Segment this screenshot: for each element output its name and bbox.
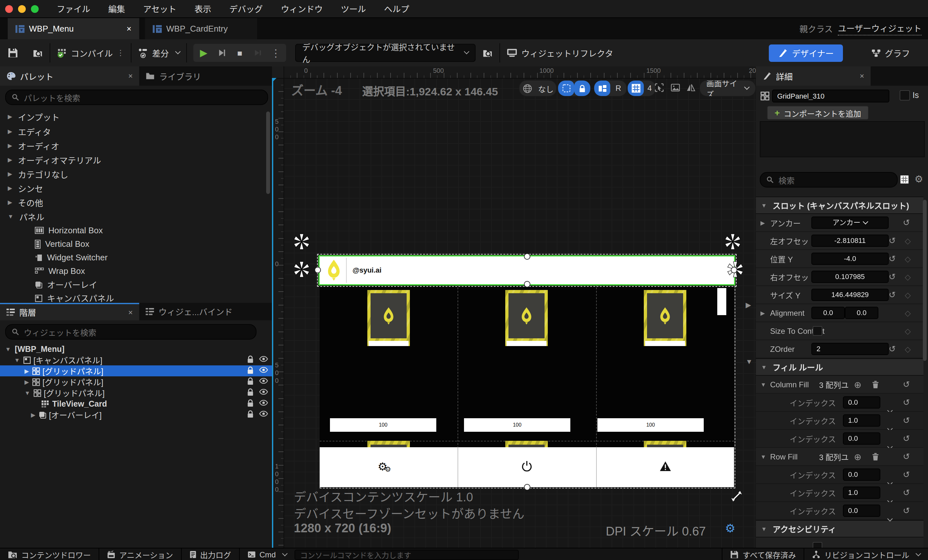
lock-icon[interactable] xyxy=(247,410,254,418)
compile-button[interactable]: コンパイル ⋮ xyxy=(57,47,124,59)
tab-palette[interactable]: パレット × xyxy=(0,66,139,86)
palette-category-uncategorized[interactable]: ▶カテゴリなし xyxy=(0,167,272,181)
palette-category-input[interactable]: ▶インプット xyxy=(0,109,272,124)
section-slot[interactable]: ▼スロット (キャンバスパネルスロット) xyxy=(756,197,923,214)
add-element-icon[interactable]: ⊕ xyxy=(854,452,861,462)
palette-category-editor[interactable]: ▶エディタ xyxy=(0,124,272,139)
revert-icon[interactable]: ↺ xyxy=(903,452,910,461)
visibility-eye-icon[interactable] xyxy=(259,367,268,373)
cursor-select-button[interactable] xyxy=(651,80,667,95)
lock-widgets-toggle[interactable] xyxy=(574,81,590,96)
index-value-input[interactable]: 0.0 xyxy=(843,505,880,517)
revert-icon[interactable]: ↺ xyxy=(889,236,896,246)
tree-item-grid-panel-3[interactable]: ▼ [グリッドパネル] xyxy=(0,387,272,398)
index-value-input[interactable]: 1.0 xyxy=(843,487,880,499)
card-entry-3[interactable] xyxy=(644,290,686,346)
revert-icon[interactable]: ↺ xyxy=(889,272,896,282)
section-fill-rules[interactable]: ▼フィル ルール xyxy=(756,358,923,376)
tab-widget-bind[interactable]: ウィジェ...バインド xyxy=(139,303,239,320)
card-entry-1[interactable] xyxy=(367,290,410,346)
index-value-input[interactable]: 1.0 xyxy=(843,414,880,427)
section-accessibility[interactable]: ▼アクセシビリティ xyxy=(756,520,923,537)
warning-icon[interactable] xyxy=(659,461,672,472)
revert-icon[interactable]: ↺ xyxy=(903,506,910,516)
anchor-burst-icon[interactable] xyxy=(292,260,311,279)
flip-preview-button[interactable] xyxy=(682,80,699,95)
revert-icon[interactable]: ↺ xyxy=(903,380,910,389)
revert-icon[interactable]: ↺ xyxy=(889,290,896,300)
screen-size-dropdown[interactable]: 画面サイズ xyxy=(699,80,756,97)
hierarchy-search-input[interactable]: ウィジェットを検索 xyxy=(5,324,256,340)
alignment-x-input[interactable]: 0.0 xyxy=(811,307,845,319)
anchor-burst-icon[interactable] xyxy=(723,232,742,251)
palette-category-audio-material[interactable]: ▶オーディオマテリアル xyxy=(0,153,272,167)
close-panel-icon[interactable]: × xyxy=(128,308,133,317)
revert-icon[interactable]: ↺ xyxy=(889,254,896,264)
lock-icon[interactable] xyxy=(247,399,254,407)
bind-diamond-icon[interactable]: ◇ xyxy=(905,236,911,245)
visibility-eye-icon[interactable] xyxy=(259,400,268,406)
console-command-input[interactable]: コンソールコマンドを入力します xyxy=(295,549,519,560)
tree-item-canvas-panel[interactable]: ▼ [キャンバスパネル] xyxy=(0,354,272,365)
revert-icon[interactable]: ↺ xyxy=(889,344,896,354)
revert-icon[interactable]: ↺ xyxy=(903,398,910,407)
index-value-input[interactable]: 0.0 xyxy=(843,432,880,445)
tree-item-tileview-card[interactable]: TileView_Card xyxy=(0,398,272,409)
resize-handle-left[interactable] xyxy=(314,267,321,273)
resize-handle-top[interactable] xyxy=(524,253,530,260)
diff-button[interactable]: 差分 xyxy=(138,47,180,59)
designer-viewport[interactable]: 0 500 1000 1500 200 500 0 500 1000 ズーム -… xyxy=(272,66,756,548)
lock-icon[interactable] xyxy=(247,355,254,363)
menu-debug[interactable]: デバッグ xyxy=(229,3,263,15)
resize-handle-bottom[interactable] xyxy=(524,281,530,287)
cmd-dropdown[interactable]: Cmd xyxy=(240,548,295,560)
tab-wbp-menu[interactable]: ♥ WBP_Menu × xyxy=(8,18,139,39)
card-entry-2[interactable] xyxy=(505,290,548,346)
tab-hierarchy[interactable]: 階層 × xyxy=(0,303,139,320)
widget-reflector-button[interactable]: ウィジェットリフレクタ xyxy=(507,47,613,59)
preview-background-button[interactable] xyxy=(667,80,683,95)
palette-item-horizontal-box[interactable]: Horizontal Box xyxy=(0,224,272,237)
skip-button[interactable] xyxy=(249,44,267,61)
palette-item-widget-switcher[interactable]: Widget Switcher xyxy=(0,251,272,264)
tab-wbp-cardentry[interactable]: ♥ WBP_CardEntry xyxy=(145,18,257,39)
grid-snap-toggle[interactable] xyxy=(628,81,644,96)
palette-category-synth[interactable]: ▶シンセ xyxy=(0,181,272,195)
selected-account-bar-widget[interactable]: @syui.ai xyxy=(320,256,734,284)
play-options-icon[interactable]: ⋮ xyxy=(267,44,285,61)
bind-diamond-icon[interactable]: ◇ xyxy=(905,290,911,299)
visibility-eye-icon[interactable] xyxy=(259,356,268,362)
localization-globe-icon[interactable] xyxy=(519,81,536,96)
close-panel-icon[interactable]: × xyxy=(128,72,133,81)
revert-icon[interactable]: ↺ xyxy=(903,488,910,497)
tab-details[interactable]: 詳細 × xyxy=(756,66,871,86)
resize-handle-right[interactable] xyxy=(731,267,737,273)
resize-diagonal-icon[interactable] xyxy=(731,490,742,502)
menu-asset[interactable]: アセット xyxy=(143,3,177,15)
output-log-button[interactable]: 出力ログ xyxy=(182,548,239,560)
palette-category-audio[interactable]: ▶オーディオ xyxy=(0,139,272,153)
visibility-eye-icon[interactable] xyxy=(259,378,268,384)
palette-search-input[interactable]: パレットを検索 xyxy=(5,90,268,105)
graph-mode-button[interactable]: グラフ xyxy=(871,47,910,59)
bind-diamond-icon[interactable]: ◇ xyxy=(905,345,911,354)
bind-diamond-icon[interactable]: ◇ xyxy=(905,254,911,263)
tree-item-grid-panel-selected[interactable]: ▶ [グリッドパネル] xyxy=(0,365,272,376)
widget-name-input[interactable] xyxy=(772,90,889,102)
minimize-window-button[interactable] xyxy=(18,5,26,12)
resize-handle-grid-bottom[interactable] xyxy=(524,484,530,490)
palette-scrollbar[interactable] xyxy=(266,111,270,194)
debug-browse-button[interactable] xyxy=(482,48,493,58)
visibility-eye-icon[interactable] xyxy=(259,410,268,417)
tree-item-overlay[interactable]: ▶ [オーバーレイ] xyxy=(0,409,272,420)
menu-view[interactable]: 表示 xyxy=(195,3,211,15)
visibility-eye-icon[interactable] xyxy=(259,389,268,395)
display-filter-icon[interactable] xyxy=(900,175,909,184)
revert-icon[interactable]: ↺ xyxy=(903,218,910,227)
power-icon[interactable] xyxy=(521,460,533,472)
tab-library[interactable]: ライブラリ xyxy=(139,66,208,86)
anchor-burst-icon[interactable] xyxy=(292,232,311,251)
advance-frame-button[interactable] xyxy=(213,44,231,61)
browse-asset-button[interactable] xyxy=(32,48,43,58)
revert-icon[interactable]: ↺ xyxy=(903,416,910,425)
